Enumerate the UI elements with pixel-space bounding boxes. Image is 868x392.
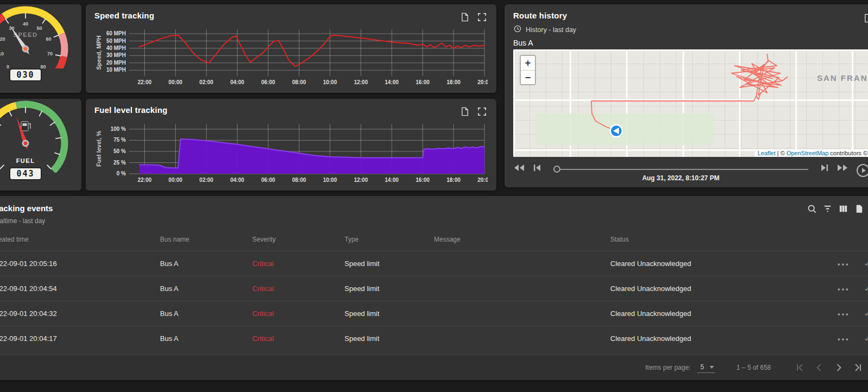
event-type: Speed limit [344,301,434,326]
widget-title: Tracking events [0,204,868,213]
event-type: Speed limit [344,326,434,351]
svg-text:20:00: 20:00 [477,177,488,183]
event-row: 2022-09-01 20:04:17Bus ACriticalSpeed li… [0,326,868,351]
skip-to-end-button[interactable] [819,163,829,172]
svg-text:Speed, MPH: Speed, MPH [95,35,102,70]
event-time: 2022-09-01 20:04:32 [0,301,160,326]
items-per-page-value: 5 [700,363,704,371]
fuel-chart: 22:0000:0002:0004:0006:0008:0010:0012:00… [94,119,488,185]
svg-text:0: 0 [7,64,9,69]
fuel-gauge-label: FUEL [16,157,35,164]
row-more-button[interactable]: ••• [838,285,850,293]
speed-gauge-widget: 01020304050607080SPEED 030 [0,4,81,93]
svg-text:80: 80 [40,64,46,69]
row-more-button[interactable]: ••• [838,335,850,343]
map[interactable]: + − SAN FRANCISCO Leaflet | © OpenStreet… [513,49,868,157]
svg-text:25 %: 25 % [113,160,126,166]
col-created-time: Created time [0,229,160,251]
fuel-gauge-readout: 043 [9,167,42,180]
acknowledge-button[interactable]: ✓ [864,259,868,268]
skip-to-start-button[interactable] [533,163,542,172]
playback-controls: Aug 31, 2022, 8:10:27 PM [513,161,868,184]
fullscreen-icon[interactable] [476,105,488,117]
zoom-in-button[interactable]: + [521,56,535,70]
next-page-button[interactable] [832,361,846,375]
route-history-widget: Route history History - last day Bus A + [505,4,868,187]
event-status: Cleared Unacknowledged [610,326,803,351]
svg-text:14:00: 14:00 [385,79,399,85]
export-data-icon[interactable] [458,105,470,117]
event-message [434,276,610,301]
svg-text:40: 40 [23,21,28,27]
city-label: SAN FRANCISCO [817,73,868,83]
svg-text:0 %: 0 % [117,170,126,176]
zoom-out-button[interactable]: − [521,70,535,84]
svg-text:70: 70 [47,51,53,56]
fuel-pump-icon [21,122,30,131]
svg-text:Fuel level, %: Fuel level, % [95,131,102,167]
export-icon[interactable] [853,203,865,214]
svg-text:18:00: 18:00 [446,177,461,183]
widget-title: Route history [513,11,567,21]
col-severity: Severity [252,229,344,251]
table-pagination: Items per page: 5 1 – 5 of 658 [0,355,868,380]
leaflet-link[interactable]: Leaflet [757,150,775,156]
export-data-icon[interactable] [861,12,868,24]
event-status: Cleared Unacknowledged [610,276,803,301]
event-type: Speed limit [344,251,434,276]
event-severity: Critical [252,326,344,351]
svg-text:12:00: 12:00 [354,79,368,85]
fast-forward-button[interactable] [837,163,848,172]
pagination-range: 1 – 5 of 658 [737,364,771,371]
previous-page-button[interactable] [812,361,826,375]
play-button[interactable] [856,163,868,178]
col-actions [803,229,868,251]
event-message [434,251,610,276]
slider-knob[interactable] [553,166,560,173]
event-message [434,326,610,351]
items-per-page-select[interactable]: 5 [697,362,715,373]
last-page-button[interactable] [851,361,865,375]
acknowledge-button[interactable]: ✓ [864,284,868,293]
export-data-icon[interactable] [458,11,470,23]
columns-icon[interactable] [837,203,849,214]
svg-text:00:00: 00:00 [169,177,183,183]
fast-rewind-button[interactable] [513,163,525,172]
svg-text:10:00: 10:00 [323,177,337,183]
dashboard: 01020304050607080SPEED 030 FUEL 043 Spee… [0,0,868,392]
attribution-rest: contributors © [828,150,867,156]
event-message [434,301,610,326]
fullscreen-icon[interactable] [476,11,488,23]
svg-text:08:00: 08:00 [292,79,307,85]
event-actions: •••✓ [803,251,868,276]
svg-text:60 MPH: 60 MPH [106,30,126,36]
route-layer [513,49,868,157]
event-time: 2022-09-01 20:04:54 [0,276,160,301]
filter-icon[interactable] [821,203,833,214]
svg-text:14:00: 14:00 [385,177,399,183]
bus-marker[interactable] [610,125,622,137]
svg-text:20 MPH: 20 MPH [106,60,126,66]
svg-text:06:00: 06:00 [261,79,276,85]
speed-chart: 22:0000:0002:0004:0006:0008:0010:0012:00… [94,25,488,87]
svg-text:10: 10 [0,51,4,56]
event-bus-name: Bus A [160,276,252,301]
event-actions: •••✓ [803,276,868,301]
first-page-button[interactable] [793,361,807,375]
slider-track[interactable] [553,169,808,170]
svg-text:50 %: 50 % [113,148,126,154]
svg-text:20: 20 [0,36,5,42]
acknowledge-button[interactable]: ✓ [864,334,868,343]
event-status: Cleared Unacknowledged [610,251,803,276]
osm-link[interactable]: OpenStreetMap [787,150,829,156]
acknowledge-button[interactable]: ✓ [864,309,868,318]
search-icon[interactable] [806,203,818,214]
svg-text:100 %: 100 % [111,126,126,132]
row-more-button[interactable]: ••• [838,310,850,318]
svg-text:02:00: 02:00 [200,79,214,85]
row-more-button[interactable]: ••• [838,260,850,268]
col-status: Status [610,229,803,251]
chevron-down-icon [710,366,714,369]
items-per-page-label: Items per page: [646,364,691,371]
table-header-row: Created time Bus name Severity Type Mess… [0,229,868,251]
